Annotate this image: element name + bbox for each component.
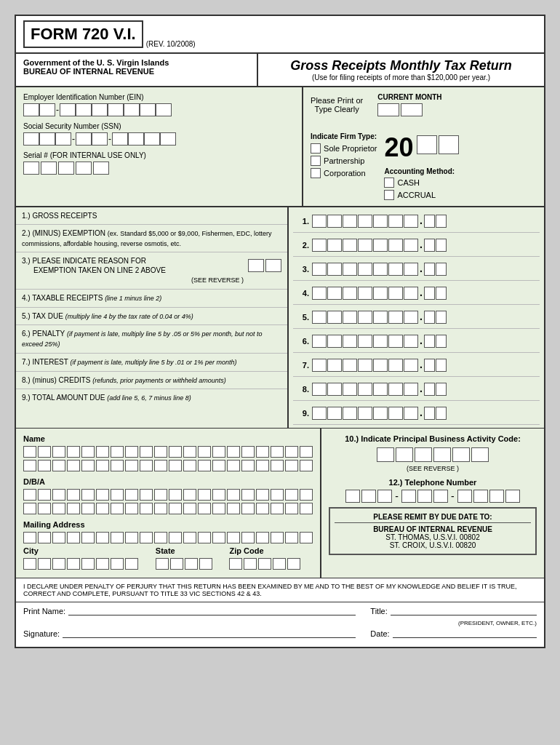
- l4-b9[interactable]: [436, 287, 447, 300]
- l1-b9[interactable]: [436, 215, 447, 228]
- name-b6[interactable]: [96, 446, 109, 458]
- partnership-checkbox[interactable]: [311, 156, 321, 166]
- addr-b9[interactable]: [140, 532, 153, 543]
- l1-b8[interactable]: [424, 215, 435, 228]
- name2-b3[interactable]: [52, 460, 65, 471]
- name-b13[interactable]: [198, 446, 211, 458]
- l2-b5[interactable]: [373, 239, 388, 252]
- l8-b4[interactable]: [358, 383, 372, 396]
- l6-b4[interactable]: [358, 335, 372, 348]
- ac-b4[interactable]: [433, 447, 451, 462]
- l6-b3[interactable]: [343, 335, 357, 348]
- l9-b6[interactable]: [388, 407, 403, 420]
- dba2-b8[interactable]: [125, 503, 138, 514]
- ssn-box-7[interactable]: [128, 132, 144, 146]
- ein-box-5[interactable]: [92, 103, 108, 116]
- l3-b5[interactable]: [373, 263, 388, 276]
- name2-b17[interactable]: [256, 460, 269, 471]
- l2-b3[interactable]: [343, 239, 357, 252]
- state-b1[interactable]: [156, 558, 169, 570]
- l9-b3[interactable]: [343, 407, 357, 420]
- l2-b4[interactable]: [358, 239, 372, 252]
- dba-b12[interactable]: [183, 489, 196, 501]
- l1-b2[interactable]: [327, 215, 342, 228]
- addr-b3[interactable]: [52, 532, 65, 543]
- ein-box-1[interactable]: [23, 103, 39, 116]
- ssn-box-9[interactable]: [160, 132, 176, 146]
- tel-b3[interactable]: [377, 490, 392, 503]
- addr-b20[interactable]: [300, 532, 313, 543]
- l9-b8[interactable]: [424, 407, 435, 420]
- l5-b5[interactable]: [373, 311, 388, 324]
- l4-b1[interactable]: [312, 287, 327, 300]
- dba-b15[interactable]: [227, 489, 240, 501]
- l3-b7[interactable]: [404, 263, 418, 276]
- dba2-b5[interactable]: [81, 503, 95, 514]
- corporation-option[interactable]: Corporation: [311, 168, 377, 178]
- tel-b5[interactable]: [417, 490, 432, 503]
- dba2-b17[interactable]: [256, 503, 269, 514]
- dba2-b19[interactable]: [285, 503, 298, 514]
- l6-b5[interactable]: [373, 335, 388, 348]
- addr-b7[interactable]: [111, 532, 124, 543]
- name2-b4[interactable]: [67, 460, 80, 471]
- dba-b20[interactable]: [300, 489, 313, 501]
- l3-b6[interactable]: [388, 263, 403, 276]
- addr-b5[interactable]: [81, 532, 95, 543]
- addr-b6[interactable]: [96, 532, 109, 543]
- dba2-b11[interactable]: [169, 503, 182, 514]
- l9-b9[interactable]: [436, 407, 447, 420]
- l1-b3[interactable]: [343, 215, 357, 228]
- l8-b5[interactable]: [373, 383, 388, 396]
- l4-b6[interactable]: [388, 287, 403, 300]
- ein-box-8[interactable]: [140, 103, 156, 116]
- dba2-b9[interactable]: [140, 503, 153, 514]
- serial-box-4[interactable]: [76, 162, 92, 175]
- l8-b9[interactable]: [436, 383, 447, 396]
- l7-b8[interactable]: [424, 359, 435, 372]
- ac-b2[interactable]: [396, 447, 413, 462]
- l5-b7[interactable]: [404, 311, 418, 324]
- name-b7[interactable]: [111, 446, 124, 458]
- addr-b15[interactable]: [227, 532, 240, 543]
- year-box-1[interactable]: [417, 135, 437, 154]
- dba2-b10[interactable]: [154, 503, 167, 514]
- addr-b17[interactable]: [256, 532, 269, 543]
- l2-b1[interactable]: [312, 239, 327, 252]
- l4-b2[interactable]: [327, 287, 342, 300]
- city-b3[interactable]: [52, 558, 65, 570]
- dba-b1[interactable]: [23, 489, 36, 501]
- l2-b7[interactable]: [404, 239, 418, 252]
- ein-box-4[interactable]: [76, 103, 92, 116]
- l3-b3[interactable]: [343, 263, 357, 276]
- name-b4[interactable]: [67, 446, 80, 458]
- sole-proprietor-option[interactable]: Sole Proprietor: [311, 143, 377, 154]
- serial-box-1[interactable]: [23, 162, 39, 175]
- name2-b7[interactable]: [111, 460, 124, 471]
- dba2-b18[interactable]: [271, 503, 284, 514]
- dba2-b13[interactable]: [198, 503, 211, 514]
- dba-b4[interactable]: [67, 489, 80, 501]
- ein-box-9[interactable]: [156, 103, 172, 116]
- ac-b1[interactable]: [377, 447, 394, 462]
- l5-b8[interactable]: [424, 311, 435, 324]
- l8-b7[interactable]: [404, 383, 418, 396]
- tel-b9[interactable]: [489, 490, 504, 503]
- state-b4[interactable]: [199, 558, 212, 570]
- l1-b4[interactable]: [358, 215, 372, 228]
- addr-b2[interactable]: [38, 532, 51, 543]
- city-b2[interactable]: [38, 558, 51, 570]
- city-b5[interactable]: [81, 558, 95, 570]
- name-b1[interactable]: [23, 446, 36, 458]
- accrual-option[interactable]: ACCRUAL: [384, 190, 458, 200]
- ein-box-2[interactable]: [39, 103, 55, 116]
- state-b3[interactable]: [185, 558, 198, 570]
- addr-b4[interactable]: [67, 532, 80, 543]
- ssn-box-4[interactable]: [76, 132, 92, 146]
- l9-b7[interactable]: [404, 407, 418, 420]
- state-b2[interactable]: [170, 558, 183, 570]
- name-b20[interactable]: [300, 446, 313, 458]
- l2-b6[interactable]: [388, 239, 403, 252]
- addr-b19[interactable]: [285, 532, 298, 543]
- dba2-b15[interactable]: [227, 503, 240, 514]
